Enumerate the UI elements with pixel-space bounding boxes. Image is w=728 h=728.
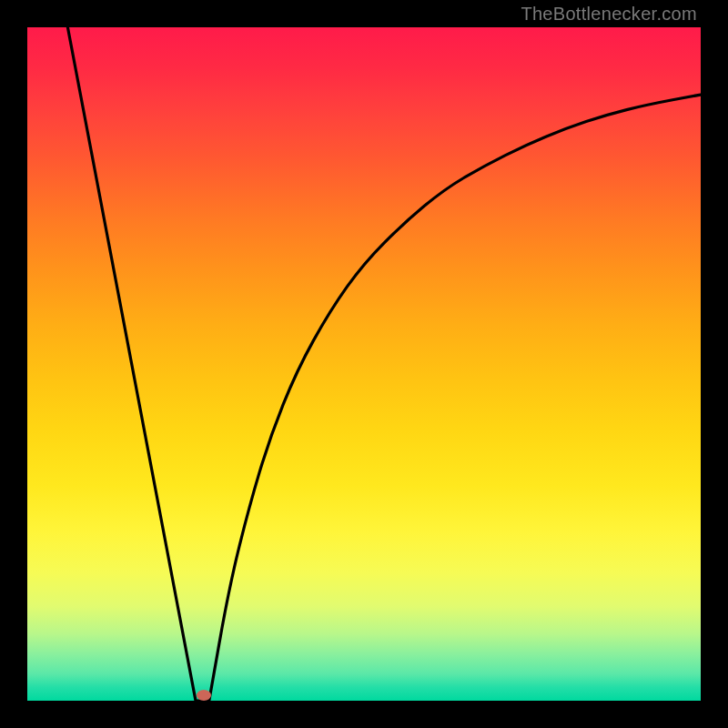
- optimal-point-marker: [197, 690, 211, 701]
- bottleneck-curve: [27, 27, 701, 701]
- watermark-text: TheBottlenecker.com: [521, 4, 697, 25]
- plot-area: [27, 27, 701, 701]
- chart-frame: TheBottlenecker.com: [0, 0, 728, 728]
